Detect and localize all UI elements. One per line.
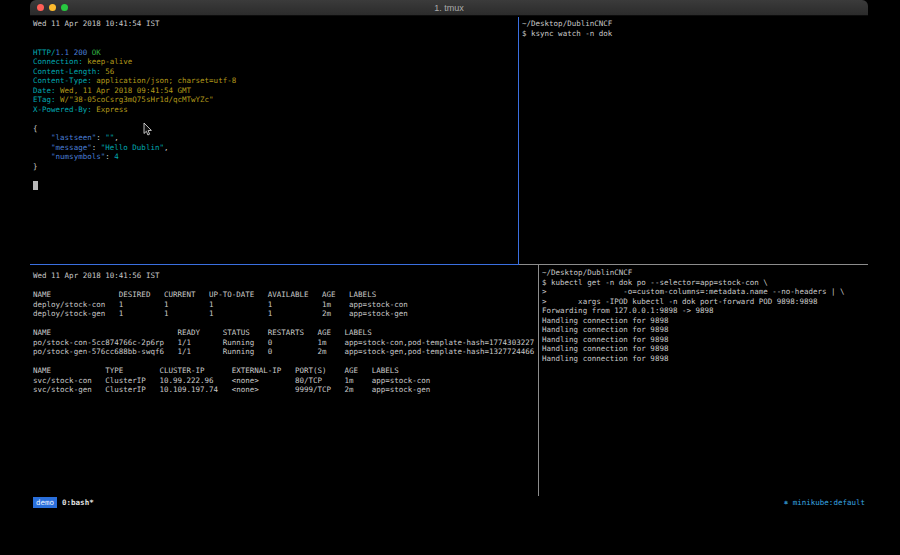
terminal-line: NAME DESIRED CURRENT UP-TO-DATE AVAILABL… xyxy=(33,290,538,300)
traffic-lights xyxy=(37,4,68,11)
tmux-status-bar: demo 0:bash* ⎈ minikube:default xyxy=(30,496,868,509)
tmux-window: 1. tmux Wed 11 Apr 2018 10:41:54 IST HTT… xyxy=(30,0,868,509)
window-title: 1. tmux xyxy=(434,3,464,13)
terminal-line: Handling connection for 9898 xyxy=(542,335,868,345)
pane-port-forward[interactable]: ~/Desktop/DublinCNCF$ kubectl get -n dok… xyxy=(539,265,868,496)
terminal-line: Content-Length: 56 xyxy=(33,67,518,77)
terminal-line: HTTP/1.1 200 OK xyxy=(33,48,518,58)
terminal-line: po/stock-con-5cc874766c-2p6rp 1/1 Runnin… xyxy=(33,338,538,348)
terminal-line: svc/stock-gen ClusterIP 10.109.197.74 <n… xyxy=(33,385,538,395)
terminal-line: > xargs -IPOD kubectl -n dok port-forwar… xyxy=(542,297,868,307)
terminal-line: X-Powered-By: Express xyxy=(33,105,518,115)
terminal-line: Content-Type: application/json; charset=… xyxy=(33,76,518,86)
terminal-line: "numsymbols": 4 xyxy=(33,152,518,162)
terminal-line xyxy=(33,181,518,191)
close-button[interactable] xyxy=(37,4,44,11)
terminal-line: Connection: keep-alive xyxy=(33,57,518,67)
terminal-line xyxy=(33,171,518,181)
terminal-line: Wed 11 Apr 2018 10:41:54 IST xyxy=(33,19,518,29)
title-bar[interactable]: 1. tmux xyxy=(30,0,868,16)
terminal-line: svc/stock-con ClusterIP 10.99.222.96 <no… xyxy=(33,376,538,386)
pane-kubectl-resources[interactable]: Wed 11 Apr 2018 10:41:56 IST NAME DESIRE… xyxy=(30,265,539,496)
terminal-line: Wed 11 Apr 2018 10:41:56 IST xyxy=(33,271,538,281)
terminal-line xyxy=(33,29,518,39)
terminal-line: NAME READY STATUS RESTARTS AGE LABELS xyxy=(33,328,538,338)
terminal-line: $ ksync watch -n dok xyxy=(522,29,868,39)
pane-http-response[interactable]: Wed 11 Apr 2018 10:41:54 IST HTTP/1.1 20… xyxy=(30,17,519,265)
mouse-cursor xyxy=(143,123,152,136)
zoom-button[interactable] xyxy=(61,4,68,11)
terminal-line: { xyxy=(33,124,518,134)
terminal-line: Handling connection for 9898 xyxy=(542,344,868,354)
session-name[interactable]: demo xyxy=(33,497,57,508)
terminal-line: > -o=custom-columns=:metadata.name --no-… xyxy=(542,287,868,297)
terminal-line: ~/Desktop/DublinCNCF xyxy=(522,19,868,29)
terminal-line: ~/Desktop/DublinCNCF xyxy=(542,268,868,278)
kube-context-indicator: ⎈ minikube:default xyxy=(784,498,865,507)
terminal-area: Wed 11 Apr 2018 10:41:54 IST HTTP/1.1 20… xyxy=(30,17,868,496)
minimize-button[interactable] xyxy=(49,4,56,11)
terminal-line: "message": "Hello Dublin", xyxy=(33,143,518,153)
terminal-line xyxy=(33,281,538,291)
terminal-line: ETag: W/"38-05coCsrg3mQ75sHr1d/qcMTwYZc" xyxy=(33,95,518,105)
terminal-line: NAME TYPE CLUSTER-IP EXTERNAL-IP PORT(S)… xyxy=(33,366,538,376)
terminal-line: Date: Wed, 11 Apr 2018 09:41:54 GMT xyxy=(33,86,518,96)
terminal-line xyxy=(33,319,538,329)
terminal-line: } xyxy=(33,162,518,172)
terminal-line: Handling connection for 9898 xyxy=(542,325,868,335)
window-tab-bash[interactable]: 0:bash* xyxy=(62,498,94,507)
terminal-line: Forwarding from 127.0.0.1:9898 -> 9898 xyxy=(542,306,868,316)
terminal-line: deploy/stock-gen 1 1 1 1 2m app=stock-ge… xyxy=(33,309,538,319)
terminal-line: $ kubectl get -n dok po --selector=app=s… xyxy=(542,278,868,288)
terminal-line: Handling connection for 9898 xyxy=(542,354,868,364)
terminal-line xyxy=(33,114,518,124)
pane-ksync-watch[interactable]: ~/Desktop/DublinCNCF$ ksync watch -n dok xyxy=(519,17,868,265)
terminal-line xyxy=(33,38,518,48)
terminal-line xyxy=(33,357,538,367)
terminal-line: Handling connection for 9898 xyxy=(542,316,868,326)
terminal-line: po/stock-gen-576cc688bb-swqf6 1/1 Runnin… xyxy=(33,347,538,357)
terminal-line: deploy/stock-con 1 1 1 1 1m app=stock-co… xyxy=(33,300,538,310)
terminal-line: "lastseen": "", xyxy=(33,133,518,143)
